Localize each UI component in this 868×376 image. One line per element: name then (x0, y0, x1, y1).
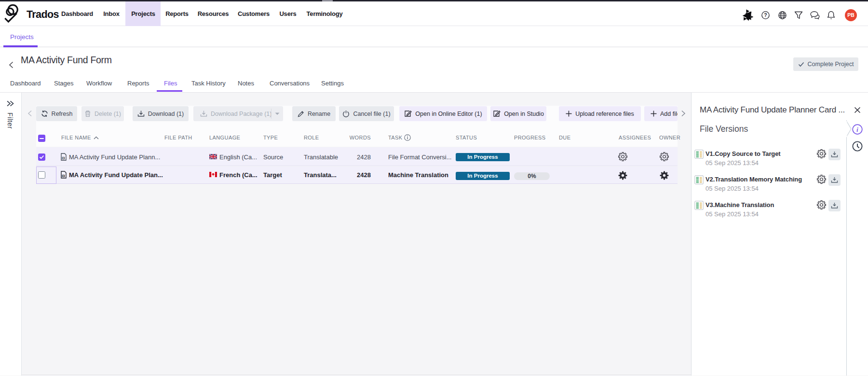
svg-text:i: i (856, 126, 858, 133)
svg-text:w: w (62, 175, 65, 177)
svg-text:?: ? (764, 12, 767, 18)
svg-text:w: w (62, 157, 65, 159)
